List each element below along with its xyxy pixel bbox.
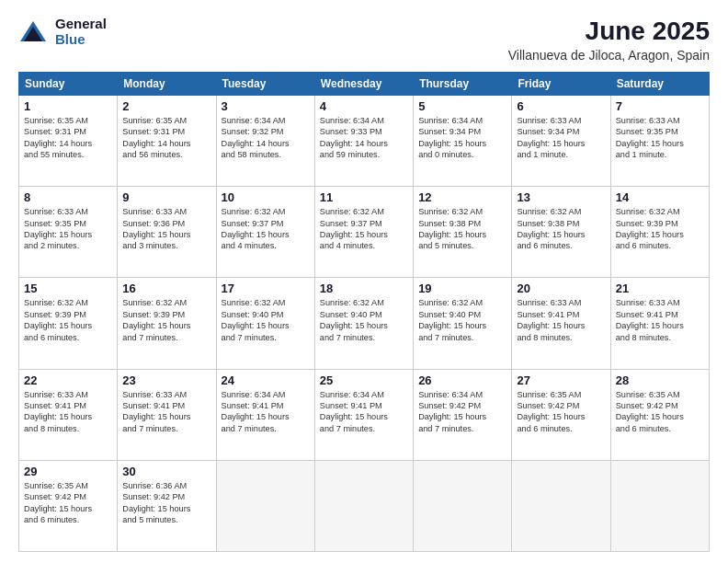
day-number: 26	[418, 373, 506, 387]
cell-info: Sunrise: 6:32 AM Sunset: 9:39 PM Dayligh…	[122, 297, 210, 343]
cell-info: Sunrise: 6:35 AM Sunset: 9:31 PM Dayligh…	[24, 115, 112, 161]
day-number: 10	[222, 190, 310, 204]
title-block: June 2025 Villanueva de Jiloca, Aragon, …	[508, 17, 710, 63]
calendar-cell: 5Sunrise: 6:34 AM Sunset: 9:34 PM Daylig…	[414, 96, 512, 187]
day-number: 13	[517, 190, 605, 204]
cell-info: Sunrise: 6:32 AM Sunset: 9:40 PM Dayligh…	[418, 297, 506, 343]
day-number: 11	[320, 190, 408, 204]
day-number: 19	[418, 282, 506, 295]
week-row-2: 8Sunrise: 6:33 AM Sunset: 9:35 PM Daylig…	[19, 187, 710, 278]
calendar-cell: 25Sunrise: 6:34 AM Sunset: 9:41 PM Dayli…	[314, 369, 413, 460]
calendar-cell: 21Sunrise: 6:33 AM Sunset: 9:41 PM Dayli…	[610, 278, 709, 369]
day-number: 6	[517, 99, 605, 113]
col-header-saturday: Saturday	[610, 73, 709, 96]
cell-info: Sunrise: 6:35 AM Sunset: 9:31 PM Dayligh…	[122, 115, 210, 161]
calendar-cell: 29Sunrise: 6:35 AM Sunset: 9:42 PM Dayli…	[19, 460, 118, 551]
day-number: 14	[616, 190, 704, 204]
cell-info: Sunrise: 6:33 AM Sunset: 9:41 PM Dayligh…	[24, 389, 112, 435]
cell-info: Sunrise: 6:34 AM Sunset: 9:32 PM Dayligh…	[222, 115, 310, 161]
cell-info: Sunrise: 6:36 AM Sunset: 9:42 PM Dayligh…	[122, 480, 210, 526]
week-row-4: 22Sunrise: 6:33 AM Sunset: 9:41 PM Dayli…	[19, 369, 710, 460]
calendar-cell: 10Sunrise: 6:32 AM Sunset: 9:37 PM Dayli…	[216, 187, 314, 278]
calendar-cell	[216, 460, 314, 551]
day-number: 1	[24, 99, 112, 113]
cell-info: Sunrise: 6:32 AM Sunset: 9:40 PM Dayligh…	[222, 297, 310, 343]
cell-info: Sunrise: 6:34 AM Sunset: 9:34 PM Dayligh…	[418, 115, 506, 161]
day-number: 22	[24, 373, 112, 387]
cell-info: Sunrise: 6:34 AM Sunset: 9:41 PM Dayligh…	[320, 389, 408, 435]
day-number: 17	[222, 282, 310, 295]
cell-info: Sunrise: 6:32 AM Sunset: 9:37 PM Dayligh…	[222, 206, 310, 252]
logo: General Blue	[18, 17, 107, 47]
calendar-cell: 3Sunrise: 6:34 AM Sunset: 9:32 PM Daylig…	[216, 96, 314, 187]
calendar-cell: 30Sunrise: 6:36 AM Sunset: 9:42 PM Dayli…	[118, 460, 216, 551]
day-number: 29	[24, 465, 112, 478]
calendar-cell: 7Sunrise: 6:33 AM Sunset: 9:35 PM Daylig…	[610, 96, 709, 187]
day-number: 3	[222, 99, 310, 113]
calendar-cell	[314, 460, 413, 551]
col-header-thursday: Thursday	[414, 73, 512, 96]
cell-info: Sunrise: 6:33 AM Sunset: 9:41 PM Dayligh…	[517, 297, 605, 343]
cell-info: Sunrise: 6:32 AM Sunset: 9:39 PM Dayligh…	[24, 297, 112, 343]
cell-info: Sunrise: 6:35 AM Sunset: 9:42 PM Dayligh…	[517, 389, 605, 435]
cell-info: Sunrise: 6:34 AM Sunset: 9:42 PM Dayligh…	[418, 389, 506, 435]
day-number: 23	[122, 373, 210, 387]
calendar-cell: 11Sunrise: 6:32 AM Sunset: 9:37 PM Dayli…	[314, 187, 413, 278]
day-number: 2	[122, 99, 210, 113]
day-number: 25	[320, 373, 408, 387]
calendar-cell: 27Sunrise: 6:35 AM Sunset: 9:42 PM Dayli…	[512, 369, 610, 460]
day-number: 30	[122, 465, 210, 478]
col-header-wednesday: Wednesday	[314, 73, 413, 96]
calendar-cell: 24Sunrise: 6:34 AM Sunset: 9:41 PM Dayli…	[216, 369, 314, 460]
calendar-cell: 18Sunrise: 6:32 AM Sunset: 9:40 PM Dayli…	[314, 278, 413, 369]
calendar-cell: 16Sunrise: 6:32 AM Sunset: 9:39 PM Dayli…	[118, 278, 216, 369]
cell-info: Sunrise: 6:33 AM Sunset: 9:35 PM Dayligh…	[616, 115, 704, 161]
calendar-cell: 4Sunrise: 6:34 AM Sunset: 9:33 PM Daylig…	[314, 96, 413, 187]
calendar-cell	[414, 460, 512, 551]
day-number: 28	[616, 373, 704, 387]
cell-info: Sunrise: 6:32 AM Sunset: 9:38 PM Dayligh…	[418, 206, 506, 252]
calendar-cell: 23Sunrise: 6:33 AM Sunset: 9:41 PM Dayli…	[118, 369, 216, 460]
day-number: 12	[418, 190, 506, 204]
calendar-cell: 20Sunrise: 6:33 AM Sunset: 9:41 PM Dayli…	[512, 278, 610, 369]
calendar-cell: 26Sunrise: 6:34 AM Sunset: 9:42 PM Dayli…	[414, 369, 512, 460]
col-header-monday: Monday	[118, 73, 216, 96]
calendar-table: SundayMondayTuesdayWednesdayThursdayFrid…	[18, 72, 710, 552]
calendar-cell: 6Sunrise: 6:33 AM Sunset: 9:34 PM Daylig…	[512, 96, 610, 187]
day-number: 21	[616, 282, 704, 295]
day-number: 5	[418, 99, 506, 113]
page: General Blue June 2025 Villanueva de Jil…	[0, 0, 728, 563]
week-row-5: 29Sunrise: 6:35 AM Sunset: 9:42 PM Dayli…	[19, 460, 710, 551]
calendar-cell: 13Sunrise: 6:32 AM Sunset: 9:38 PM Dayli…	[512, 187, 610, 278]
cell-info: Sunrise: 6:32 AM Sunset: 9:40 PM Dayligh…	[320, 297, 408, 343]
header-row: SundayMondayTuesdayWednesdayThursdayFrid…	[19, 73, 710, 96]
week-row-1: 1Sunrise: 6:35 AM Sunset: 9:31 PM Daylig…	[19, 96, 710, 187]
calendar-cell: 14Sunrise: 6:32 AM Sunset: 9:39 PM Dayli…	[610, 187, 709, 278]
calendar-cell	[512, 460, 610, 551]
day-number: 9	[122, 190, 210, 204]
week-row-3: 15Sunrise: 6:32 AM Sunset: 9:39 PM Dayli…	[19, 278, 710, 369]
day-number: 4	[320, 99, 408, 113]
day-number: 18	[320, 282, 408, 295]
calendar-cell	[610, 460, 709, 551]
calendar-cell: 22Sunrise: 6:33 AM Sunset: 9:41 PM Dayli…	[19, 369, 118, 460]
cell-info: Sunrise: 6:33 AM Sunset: 9:34 PM Dayligh…	[517, 115, 605, 161]
col-header-tuesday: Tuesday	[216, 73, 314, 96]
day-number: 15	[24, 282, 112, 295]
calendar-cell: 8Sunrise: 6:33 AM Sunset: 9:35 PM Daylig…	[19, 187, 118, 278]
day-number: 27	[517, 373, 605, 387]
calendar-cell: 17Sunrise: 6:32 AM Sunset: 9:40 PM Dayli…	[216, 278, 314, 369]
day-number: 24	[222, 373, 310, 387]
cell-info: Sunrise: 6:32 AM Sunset: 9:37 PM Dayligh…	[320, 206, 408, 252]
cell-info: Sunrise: 6:32 AM Sunset: 9:38 PM Dayligh…	[517, 206, 605, 252]
col-header-sunday: Sunday	[19, 73, 118, 96]
subtitle: Villanueva de Jiloca, Aragon, Spain	[508, 48, 710, 63]
cell-info: Sunrise: 6:33 AM Sunset: 9:36 PM Dayligh…	[122, 206, 210, 252]
logo-general-text: General	[55, 17, 107, 32]
calendar-cell: 28Sunrise: 6:35 AM Sunset: 9:42 PM Dayli…	[610, 369, 709, 460]
cell-info: Sunrise: 6:35 AM Sunset: 9:42 PM Dayligh…	[616, 389, 704, 435]
col-header-friday: Friday	[512, 73, 610, 96]
logo-text: General Blue	[55, 17, 107, 47]
cell-info: Sunrise: 6:34 AM Sunset: 9:41 PM Dayligh…	[222, 389, 310, 435]
cell-info: Sunrise: 6:33 AM Sunset: 9:35 PM Dayligh…	[24, 206, 112, 252]
